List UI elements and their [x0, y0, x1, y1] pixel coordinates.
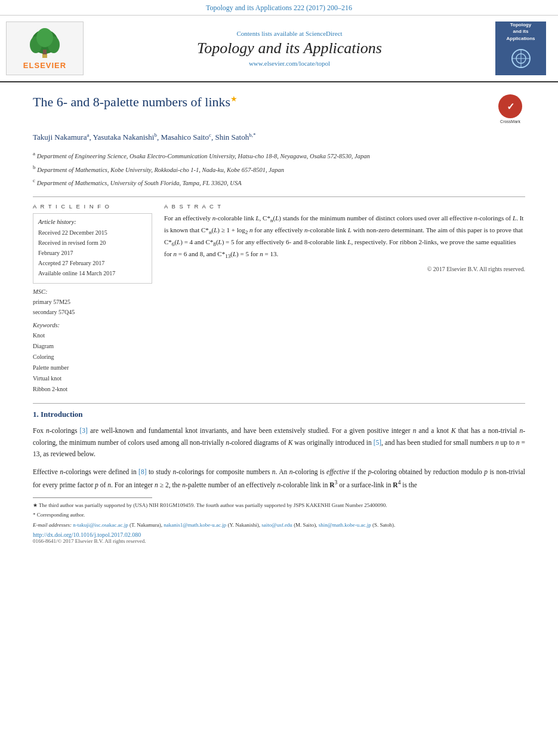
keyword-diagram: Diagram [33, 341, 152, 352]
divider-mid [33, 403, 525, 404]
top-bar: Topology and its Applications 222 (2017)… [0, 0, 558, 16]
history-received: Received 22 December 2015 [38, 228, 147, 238]
msc-secondary: secondary 57Q45 [33, 307, 152, 317]
doi-line[interactable]: http://dx.doi.org/10.1016/j.topol.2017.0… [33, 531, 525, 538]
history-online: Available online 14 March 2017 [38, 268, 147, 278]
history-title: Article history: [38, 219, 147, 225]
crossmark-label: CrossMark [495, 119, 525, 124]
ref-8[interactable]: [8] [138, 468, 146, 475]
crossmark-icon: ✓ [498, 94, 522, 118]
msc-section: MSC: primary 57M25 secondary 57Q45 [33, 288, 152, 317]
copyright-line: © 2017 Elsevier B.V. All rights reserved… [164, 266, 525, 272]
svg-text:✓: ✓ [507, 102, 514, 112]
info-abstract-section: A R T I C L E I N F O Article history: R… [33, 203, 525, 395]
intro-para1: Fox n-colorings [3] are well-known and f… [33, 425, 525, 460]
journal-header: ELSEVIER Contents lists available at Sci… [0, 16, 558, 82]
article-content: The 6- and 8-palette numbers of links★ ✓… [0, 82, 558, 556]
contents-line: Contents lists available at ScienceDirec… [90, 30, 489, 37]
abstract-text: For an effectively n-colorable link L, C… [164, 213, 525, 260]
intro-para2: Effective n-colorings were defined in [8… [33, 466, 525, 491]
svg-rect-5 [43, 50, 47, 54]
email-saito[interactable]: saito@usf.edu [261, 522, 292, 528]
journal-url[interactable]: www.elsevier.com/locate/topol [90, 60, 489, 67]
email-nakamura[interactable]: n-takuji@isc.osakac.ac.jp [73, 522, 128, 528]
keywords-title: Keywords: [33, 322, 152, 328]
article-info-label: A R T I C L E I N F O [33, 203, 152, 210]
article-title: The 6- and 8-palette numbers of links★ [33, 94, 495, 110]
journal-title: Topology and its Applications [90, 39, 489, 57]
history-accepted: Accepted 27 February 2017 [38, 258, 147, 268]
keyword-palette: Palette number [33, 362, 152, 373]
msc-title: MSC: [33, 288, 152, 295]
email-nakanishi[interactable]: nakanis1@math.kobe-u.ac.jp [164, 522, 226, 528]
elsevier-wordmark: ELSEVIER [23, 61, 66, 70]
keywords-section: Keywords: Knot Diagram Coloring Palette … [33, 322, 152, 395]
ref-3[interactable]: [3] [79, 427, 87, 434]
elsevier-logo-block: ELSEVIER [6, 21, 84, 75]
msc-primary: primary 57M25 [33, 297, 152, 307]
keyword-ribbon: Ribbon 2-knot [33, 384, 152, 395]
issn-line: 0166-8641/© 2017 Elsevier B.V. All right… [33, 538, 525, 544]
ref-5[interactable]: [5] [374, 439, 381, 446]
affiliation-b: b Department of Mathematics, Kobe Univer… [33, 163, 525, 175]
elsevier-tree-icon [21, 27, 69, 60]
affiliation-c: c Department of Mathematics, University … [33, 176, 525, 188]
email-satoh[interactable]: shin@math.kobe-u.ac.jp [319, 522, 371, 528]
footnote-emails: E-mail addresses: n-takuji@isc.osakac.ac… [33, 521, 525, 530]
journal-cover-icon [503, 44, 539, 73]
keyword-coloring: Coloring [33, 352, 152, 362]
history-revised: Received in revised form 20 [38, 238, 147, 248]
authors-line: Takuji Nakamuraa, Yasutaka Nakanishib, M… [33, 132, 525, 142]
footnote-divider [33, 497, 152, 498]
footnote-star: ★ The third author was partially support… [33, 502, 525, 510]
page: Topology and its Applications 222 (2017)… [0, 0, 558, 756]
crossmark-block: ✓ CrossMark [495, 94, 525, 124]
history-revised-month: February 2017 [38, 248, 147, 258]
keyword-knot: Knot [33, 330, 152, 341]
abstract-label: A B S T R A C T [164, 203, 525, 210]
affiliation-a: a Department of Engineering Science, Osa… [33, 149, 525, 161]
sciencedirect-link[interactable]: ScienceDirect [306, 30, 343, 37]
article-info-column: A R T I C L E I N F O Article history: R… [33, 203, 152, 395]
affiliations: a Department of Engineering Science, Osa… [33, 149, 525, 188]
journal-ref-link[interactable]: Topology and its Applications 222 (2017)… [206, 4, 352, 12]
title-star: ★ [230, 94, 238, 103]
svg-point-4 [36, 28, 53, 47]
title-section: The 6- and 8-palette numbers of links★ ✓… [33, 94, 525, 124]
journal-thumbnail: Topologyand itsApplications [495, 21, 546, 75]
footnote-corresponding: * Corresponding author. [33, 511, 525, 520]
keyword-virtual: Virtual knot [33, 373, 152, 384]
section1-heading: 1. Introduction [33, 410, 525, 419]
article-history-box: Article history: Received 22 December 20… [33, 213, 152, 284]
journal-center-info: Contents lists available at ScienceDirec… [84, 30, 495, 67]
abstract-column: A B S T R A C T For an effectively n-col… [164, 203, 525, 395]
divider-top [33, 196, 525, 197]
